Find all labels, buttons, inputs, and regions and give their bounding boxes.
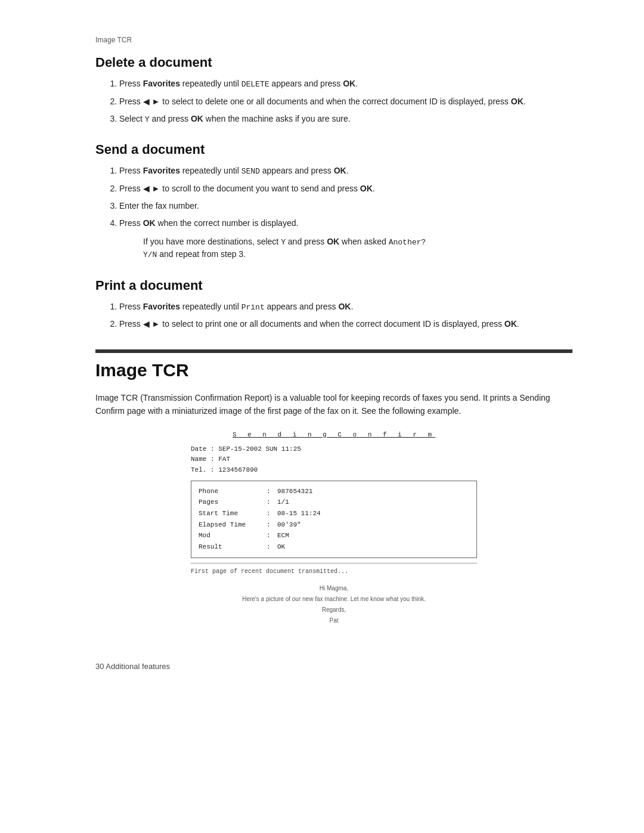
fax-row-mod: Mod : ECM bbox=[199, 530, 469, 541]
fax-tel: Tel. : 1234567890 bbox=[191, 465, 477, 476]
delete-step3-mono: Y bbox=[145, 115, 150, 124]
fax-row-starttime: Start Time : 08-15 11:24 bbox=[199, 508, 469, 519]
fax-value-pages: 1/1 bbox=[277, 497, 289, 508]
print-step-1: Press Favorites repeatedly until Print a… bbox=[119, 301, 572, 314]
print-step1-bold: Favorites bbox=[143, 302, 180, 311]
fax-preview-title: S e n d i n g C o n f i r m bbox=[191, 431, 477, 438]
send-step-2: Press ◀ ► to scroll to the document you … bbox=[119, 182, 572, 195]
delete-step-2: Press ◀ ► to select to delete one or all… bbox=[119, 95, 572, 108]
fax-label-starttime: Start Time bbox=[199, 508, 264, 519]
send-step1-mono: SEND bbox=[242, 167, 260, 176]
fax-label-elapsed: Elapsed Time bbox=[199, 519, 264, 531]
image-tcr-section: Image TCR Image TCR (Transmission Confir… bbox=[95, 349, 572, 626]
delete-heading: Delete a document bbox=[95, 55, 572, 70]
send-step-3: Enter the fax number. bbox=[119, 200, 572, 212]
page-footer: 30 Additional features bbox=[95, 662, 572, 671]
send-step4-bold: OK bbox=[143, 218, 156, 228]
print-step2-bold: OK bbox=[504, 319, 517, 329]
send-step1-bold2: OK bbox=[334, 166, 346, 175]
delete-step-3: Select Y and press OK when the machine a… bbox=[119, 113, 572, 126]
delete-step1-bold2: OK bbox=[343, 79, 355, 88]
image-tcr-heading: Image TCR bbox=[95, 351, 572, 380]
send-step1-bold: Favorites bbox=[143, 166, 180, 175]
print-step-2: Press ◀ ► to select to print one or all … bbox=[119, 318, 572, 330]
delete-step2-bold: OK bbox=[511, 97, 524, 106]
fax-value-result: OK bbox=[277, 541, 285, 553]
fax-label-phone: Phone bbox=[199, 486, 264, 497]
fax-colon-result: : bbox=[267, 541, 275, 553]
fax-label-result: Result bbox=[199, 541, 264, 553]
fax-colon-pages: : bbox=[267, 497, 275, 508]
send-step-1: Press Favorites repeatedly until SEND ap… bbox=[119, 165, 572, 178]
delete-step-1: Press Favorites repeatedly until DELETE … bbox=[119, 78, 572, 91]
send-note-mono1: Y bbox=[281, 238, 286, 247]
send-step2-bold: OK bbox=[360, 184, 373, 193]
letter-line-4: Pat bbox=[191, 615, 477, 626]
letter-preview: Hi Magma, Here's a picture of our new fa… bbox=[191, 583, 477, 626]
send-note-bold: OK bbox=[327, 237, 339, 246]
fax-separator bbox=[191, 563, 477, 563]
print-section: Print a document Press Favorites repeate… bbox=[95, 278, 572, 331]
fax-colon-elapsed: : bbox=[267, 519, 275, 531]
fax-value-starttime: 08-15 11:24 bbox=[277, 508, 321, 519]
fax-footer-label: First page of recent document transmitte… bbox=[191, 568, 477, 575]
fax-value-mod: ECM bbox=[277, 530, 289, 541]
send-heading: Send a document bbox=[95, 142, 572, 157]
letter-line-1: Hi Magma, bbox=[191, 583, 477, 594]
letter-line-3: Regards, bbox=[191, 605, 477, 615]
delete-steps-list: Press Favorites repeatedly until DELETE … bbox=[119, 78, 572, 125]
fax-colon-phone: : bbox=[267, 486, 275, 497]
fax-date: Date : SEP-15-2002 SUN 11:25 bbox=[191, 444, 477, 455]
fax-header-info: Date : SEP-15-2002 SUN 11:25 Name : FAT … bbox=[191, 444, 477, 476]
fax-label-mod: Mod bbox=[199, 530, 264, 541]
fax-colon-starttime: : bbox=[267, 508, 275, 519]
letter-line-2: Here's a picture of our new fax machine.… bbox=[191, 594, 477, 605]
delete-step1-bold1: Favorites bbox=[143, 79, 180, 88]
fax-label-pages: Pages bbox=[199, 497, 264, 508]
print-step1-mono: Print bbox=[242, 303, 265, 312]
fax-row-elapsed: Elapsed Time : 00'39" bbox=[199, 519, 469, 531]
fax-preview: S e n d i n g C o n f i r m Date : SEP-1… bbox=[191, 431, 477, 626]
send-steps-list: Press Favorites repeatedly until SEND ap… bbox=[119, 165, 572, 230]
fax-row-phone: Phone : 987654321 bbox=[199, 486, 469, 497]
delete-step3-bold: OK bbox=[191, 114, 203, 123]
print-steps-list: Press Favorites repeatedly until Print a… bbox=[119, 301, 572, 331]
image-tcr-description: Image TCR (Transmission Confirmation Rep… bbox=[95, 391, 572, 418]
print-step1-bold2: OK bbox=[338, 302, 351, 311]
fax-name: Name : FAT bbox=[191, 454, 477, 465]
send-section: Send a document Press Favorites repeated… bbox=[95, 142, 572, 261]
delete-section: Delete a document Press Favorites repeat… bbox=[95, 55, 572, 125]
fax-value-phone: 987654321 bbox=[277, 486, 312, 497]
fax-row-result: Result : OK bbox=[199, 541, 469, 553]
fax-value-elapsed: 00'39" bbox=[277, 519, 301, 531]
send-step-4: Press OK when the correct number is disp… bbox=[119, 217, 572, 230]
fax-colon-mod: : bbox=[267, 530, 275, 541]
delete-step1-mono: DELETE bbox=[242, 80, 270, 89]
print-heading: Print a document bbox=[95, 278, 572, 293]
fax-table-box: Phone : 987654321 Pages : 1/1 Start Time… bbox=[191, 481, 477, 558]
page-top-label: Image TCR bbox=[95, 36, 572, 44]
fax-row-pages: Pages : 1/1 bbox=[199, 497, 469, 508]
send-note: If you have more destinations, select Y … bbox=[143, 236, 572, 261]
